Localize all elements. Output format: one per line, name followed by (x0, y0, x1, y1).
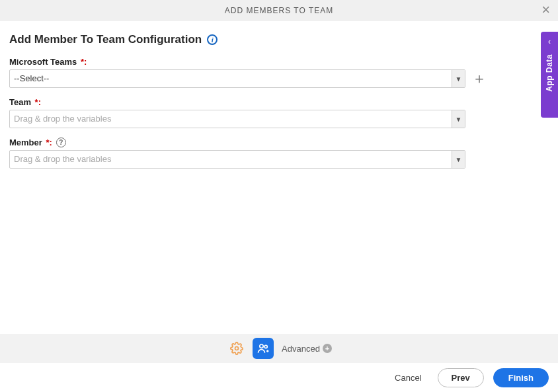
chevron-left-icon: ‹ (548, 37, 551, 46)
info-icon[interactable]: i (207, 34, 218, 45)
chevron-down-icon[interactable]: ▼ (452, 110, 465, 128)
field-team: Team *: Drag & drop the variables ▼ (9, 97, 546, 128)
required-mark: *: (78, 57, 87, 67)
ms-teams-select-value: --Select-- (10, 70, 452, 87)
dialog-header: ADD MEMBERS TO TEAM × (0, 0, 558, 21)
help-icon[interactable]: ? (56, 137, 66, 147)
team-input[interactable]: Drag & drop the variables ▼ (9, 110, 465, 128)
field-label-text: Microsoft Teams (9, 57, 77, 67)
add-ms-teams-button[interactable]: ＋ (472, 71, 487, 86)
team-placeholder: Drag & drop the variables (10, 110, 452, 128)
field-label-member: Member *: ? (9, 137, 546, 147)
dialog-title: ADD MEMBERS TO TEAM (225, 6, 333, 15)
field-label-team: Team *: (9, 97, 546, 107)
field-member: Member *: ? Drag & drop the variables ▼ (9, 137, 546, 169)
field-ms-teams: Microsoft Teams *: --Select-- ▼ ＋ (9, 57, 546, 88)
page-title: Add Member To Team Configuration (9, 33, 202, 46)
member-placeholder: Drag & drop the variables (10, 151, 452, 168)
cancel-button[interactable]: Cancel (388, 369, 428, 387)
svg-point-2 (264, 345, 267, 348)
field-label-text: Team (9, 97, 31, 107)
field-label-text: Member (9, 137, 42, 147)
svg-point-0 (235, 347, 239, 350)
app-data-tab[interactable]: ‹ App Data (541, 32, 558, 118)
page-title-row: Add Member To Team Configuration i (9, 33, 546, 46)
required-mark: *: (32, 97, 41, 107)
required-mark: *: (44, 137, 52, 147)
people-icon[interactable] (253, 338, 274, 359)
finish-button[interactable]: Finish (493, 368, 549, 387)
mid-toolbar: Advanced + (0, 334, 558, 363)
ms-teams-select[interactable]: --Select-- ▼ (9, 69, 465, 88)
gear-icon[interactable] (226, 338, 247, 359)
side-tab-label: App Data (545, 54, 554, 92)
form-content: Add Member To Team Configuration i Micro… (0, 21, 558, 334)
chevron-down-icon[interactable]: ▼ (452, 151, 465, 168)
prev-button[interactable]: Prev (438, 368, 484, 387)
chevron-down-icon[interactable]: ▼ (452, 70, 465, 87)
advanced-label: Advanced (282, 344, 320, 354)
plus-circle-icon: + (323, 344, 332, 353)
member-input[interactable]: Drag & drop the variables ▼ (9, 150, 465, 169)
advanced-toggle[interactable]: Advanced + (282, 344, 332, 354)
svg-point-1 (260, 344, 263, 348)
dialog-footer: Cancel Prev Finish (0, 363, 558, 392)
close-icon[interactable]: × (541, 3, 550, 17)
field-label-ms-teams: Microsoft Teams *: (9, 57, 546, 67)
